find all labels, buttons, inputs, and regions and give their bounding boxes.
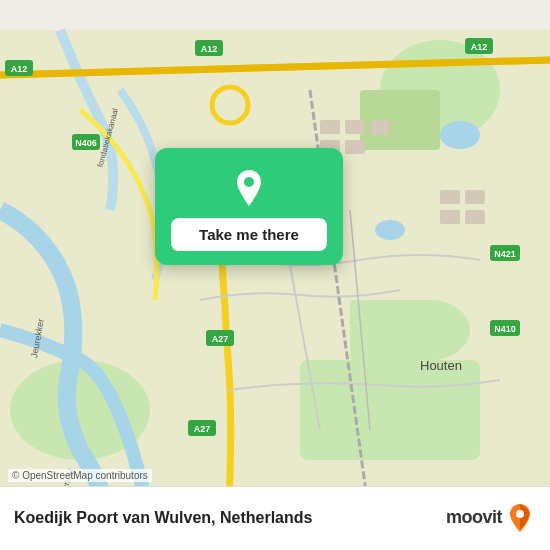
moovit-icon [504, 502, 536, 534]
svg-rect-35 [440, 210, 460, 224]
map-background: A12 A12 A12 N406 A27 A27 N421 N410 [0, 0, 550, 550]
svg-text:A27: A27 [194, 424, 211, 434]
svg-rect-33 [440, 190, 460, 204]
svg-text:Houten: Houten [420, 358, 462, 373]
svg-rect-32 [345, 140, 365, 154]
bottom-bar: Koedijk Poort van Wulven, Netherlands mo… [0, 486, 550, 550]
svg-text:A12: A12 [201, 44, 218, 54]
moovit-text: moovit [446, 507, 502, 528]
svg-point-39 [244, 177, 254, 187]
svg-rect-2 [300, 360, 480, 460]
location-name: Koedijk Poort van Wulven, Netherlands [14, 509, 312, 527]
svg-point-23 [212, 87, 248, 123]
svg-rect-29 [345, 120, 365, 134]
svg-text:N406: N406 [75, 138, 97, 148]
svg-rect-30 [370, 120, 390, 134]
svg-point-38 [375, 220, 405, 240]
svg-text:A27: A27 [212, 334, 229, 344]
svg-point-40 [516, 510, 524, 518]
map-container: A12 A12 A12 N406 A27 A27 N421 N410 [0, 0, 550, 550]
map-attribution: © OpenStreetMap contributors [8, 469, 152, 482]
take-me-there-button[interactable]: Take me there [171, 218, 327, 251]
moovit-logo: moovit [446, 502, 536, 534]
svg-rect-36 [465, 210, 485, 224]
popup-card: Take me there [155, 148, 343, 265]
location-pin-icon [227, 166, 271, 210]
svg-text:A12: A12 [471, 42, 488, 52]
svg-rect-28 [320, 120, 340, 134]
svg-text:A12: A12 [11, 64, 28, 74]
svg-rect-34 [465, 190, 485, 204]
svg-point-37 [440, 121, 480, 149]
svg-text:N421: N421 [494, 249, 516, 259]
svg-text:N410: N410 [494, 324, 516, 334]
